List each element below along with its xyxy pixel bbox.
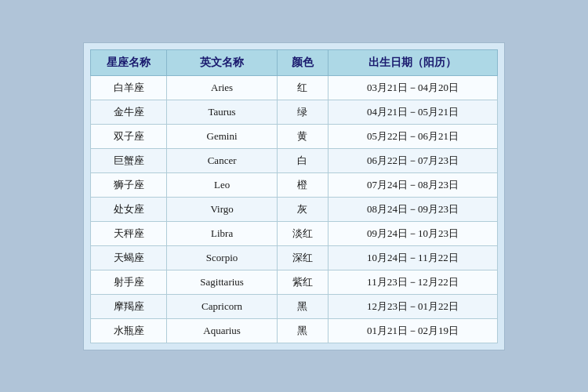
cell-english: Aries [167, 75, 278, 100]
cell-date: 05月22日－06月21日 [328, 124, 497, 148]
cell-english: Scorpio [167, 245, 278, 270]
cell-english: Leo [167, 172, 278, 197]
zodiac-table: 星座名称 英文名称 颜色 出生日期（阳历） 白羊座Aries红03月21日－04… [90, 49, 498, 343]
table-row: 狮子座Leo橙07月24日－08月23日 [91, 172, 498, 197]
cell-chinese: 射手座 [91, 270, 167, 294]
cell-english: Taurus [167, 100, 278, 124]
cell-date: 01月21日－02月19日 [328, 318, 497, 343]
cell-date: 04月21日－05月21日 [328, 100, 497, 124]
cell-date: 06月22日－07月23日 [328, 148, 497, 172]
header-color: 颜色 [277, 49, 328, 75]
cell-date: 03月21日－04月20日 [328, 75, 497, 100]
table-row: 水瓶座Aquarius黑01月21日－02月19日 [91, 318, 498, 343]
cell-color: 淡红 [277, 221, 328, 245]
cell-color: 绿 [277, 100, 328, 124]
cell-color: 橙 [277, 172, 328, 197]
cell-english: Aquarius [167, 318, 278, 343]
header-date: 出生日期（阳历） [328, 49, 497, 75]
table-row: 天秤座Libra淡红09月24日－10月23日 [91, 221, 498, 245]
cell-chinese: 白羊座 [91, 75, 167, 100]
cell-english: Cancer [167, 148, 278, 172]
cell-date: 07月24日－08月23日 [328, 172, 497, 197]
cell-date: 08月24日－09月23日 [328, 197, 497, 221]
table-row: 天蝎座Scorpio深红10月24日－11月22日 [91, 245, 498, 270]
cell-color: 白 [277, 148, 328, 172]
table-body: 白羊座Aries红03月21日－04月20日金牛座Taurus绿04月21日－0… [91, 75, 498, 343]
cell-english: Virgo [167, 197, 278, 221]
table-row: 白羊座Aries红03月21日－04月20日 [91, 75, 498, 100]
cell-chinese: 金牛座 [91, 100, 167, 124]
header-chinese: 星座名称 [91, 49, 167, 75]
cell-english: Sagittarius [167, 270, 278, 294]
cell-color: 黄 [277, 124, 328, 148]
table-row: 射手座Sagittarius紫红11月23日－12月22日 [91, 270, 498, 294]
table-row: 金牛座Taurus绿04月21日－05月21日 [91, 100, 498, 124]
table-row: 双子座Gemini黄05月22日－06月21日 [91, 124, 498, 148]
cell-date: 12月23日－01月22日 [328, 294, 497, 318]
cell-chinese: 摩羯座 [91, 294, 167, 318]
table-row: 摩羯座Capricorn黑12月23日－01月22日 [91, 294, 498, 318]
table-row: 巨蟹座Cancer白06月22日－07月23日 [91, 148, 498, 172]
cell-color: 黑 [277, 294, 328, 318]
cell-date: 11月23日－12月22日 [328, 270, 497, 294]
cell-chinese: 狮子座 [91, 172, 167, 197]
cell-color: 深红 [277, 245, 328, 270]
cell-color: 红 [277, 75, 328, 100]
cell-english: Capricorn [167, 294, 278, 318]
cell-chinese: 处女座 [91, 197, 167, 221]
table-header-row: 星座名称 英文名称 颜色 出生日期（阳历） [91, 49, 498, 75]
cell-chinese: 水瓶座 [91, 318, 167, 343]
cell-color: 黑 [277, 318, 328, 343]
cell-chinese: 双子座 [91, 124, 167, 148]
cell-english: Gemini [167, 124, 278, 148]
cell-chinese: 天秤座 [91, 221, 167, 245]
cell-english: Libra [167, 221, 278, 245]
zodiac-table-container: 星座名称 英文名称 颜色 出生日期（阳历） 白羊座Aries红03月21日－04… [83, 42, 505, 350]
cell-color: 紫红 [277, 270, 328, 294]
cell-date: 10月24日－11月22日 [328, 245, 497, 270]
table-row: 处女座Virgo灰08月24日－09月23日 [91, 197, 498, 221]
cell-date: 09月24日－10月23日 [328, 221, 497, 245]
header-english: 英文名称 [167, 49, 278, 75]
cell-chinese: 天蝎座 [91, 245, 167, 270]
cell-chinese: 巨蟹座 [91, 148, 167, 172]
cell-color: 灰 [277, 197, 328, 221]
